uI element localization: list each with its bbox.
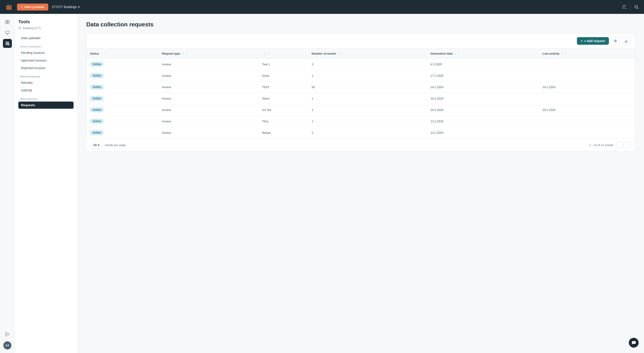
col-handle-icon[interactable]: ⋮⋮ xyxy=(264,52,270,56)
col-handle-icon[interactable]: ⋮⋮ xyxy=(100,52,107,55)
table-body: Active Invoice Test 1 3 4.3.2025 Active … xyxy=(86,59,635,138)
cell-type: Invoice xyxy=(158,70,258,81)
status-badge: Active xyxy=(90,62,104,67)
topnav: ≡ Filter portfolio 277/277 Buildings ▾ xyxy=(0,0,644,14)
status-badge: Active xyxy=(90,96,104,101)
chat-bubble[interactable] xyxy=(629,338,639,348)
content-inner: Data collection requests + + Add request xyxy=(77,14,644,353)
table-row[interactable]: Active Invoice Electr 1 20.2.2025 xyxy=(86,93,635,104)
starred-filter-button[interactable] xyxy=(622,5,627,10)
table-row[interactable]: Active Invoice SS Tes 2 20.2.2025 20.2.2… xyxy=(86,104,635,116)
chevron-down-icon: ▾ xyxy=(78,5,80,9)
cell-assets: 1 xyxy=(308,116,427,127)
add-request-button[interactable]: + + Add request xyxy=(577,37,609,45)
cell-status: Active xyxy=(86,127,158,138)
chevron-right-icon: › xyxy=(626,143,628,147)
content-area: Data collection requests + + Add request xyxy=(77,14,644,353)
prev-page-button[interactable]: ‹ xyxy=(616,142,623,148)
cell-gen-date: 20.2.2025 xyxy=(427,93,539,104)
sidebar-item-rejected-invoices[interactable]: Rejected invoices xyxy=(18,65,74,72)
cell-type: Invoice xyxy=(158,116,258,127)
main-layout: AA Tools Building (277) Data uploader In… xyxy=(0,14,644,353)
sidebar-subtitle: Building (277) xyxy=(18,26,74,30)
cell-name: Dront xyxy=(258,70,308,81)
status-badge: Active xyxy=(90,107,104,112)
table-row[interactable]: Active Invoice Test 1 3 4.3.2025 xyxy=(86,59,635,70)
svg-point-31 xyxy=(615,41,616,42)
status-badge: Active xyxy=(90,119,104,124)
filter-portfolio-button[interactable]: ≡ Filter portfolio xyxy=(17,4,48,11)
rail-grid-icon[interactable] xyxy=(3,18,12,27)
chevron-left-icon: ‹ xyxy=(619,143,620,147)
cell-last-activity: 20.2.2025 xyxy=(539,104,635,116)
cell-name: TEst xyxy=(258,116,308,127)
svg-rect-1 xyxy=(8,5,9,10)
sidebar-item-gresb[interactable]: GRESB xyxy=(18,87,74,94)
svg-rect-12 xyxy=(6,22,7,24)
status-badge: Active xyxy=(90,85,104,90)
table-row[interactable]: Active Invoice TEst 1 13.2.2025 xyxy=(86,116,635,127)
buildings-selector[interactable]: 277/277 Buildings ▾ xyxy=(52,5,80,9)
download-button[interactable] xyxy=(622,37,630,45)
rail-collapse-icon[interactable] xyxy=(3,330,12,339)
pagination-info: 1 - 14 of 14 results xyxy=(589,143,613,147)
sidebar-item-pending-invoices[interactable]: Pending invoices xyxy=(18,49,74,56)
sidebar-item-data-uploader[interactable]: Data uploader xyxy=(18,35,74,42)
svg-rect-22 xyxy=(6,332,7,336)
cell-name: Reque xyxy=(258,127,308,138)
cell-gen-date: 27.2.2025 xyxy=(427,70,539,81)
next-page-button[interactable]: › xyxy=(624,142,630,148)
col-gen-date: Generation date ⋮⋮ xyxy=(427,49,539,59)
svg-rect-29 xyxy=(20,27,20,28)
chevron-down-icon: ▾ xyxy=(98,143,100,147)
data-table: Status ⋮⋮ Request type ⋮⋮ xyxy=(86,49,635,138)
table-row[interactable]: Active Invoice Reque 2 12.2.2025 xyxy=(86,127,635,138)
nav-divider xyxy=(630,4,630,10)
table-row[interactable]: Active Invoice Dront 1 27.2.2025 xyxy=(86,70,635,81)
cell-type: Invoice xyxy=(158,127,258,138)
col-handle-icon[interactable]: ⋮⋮ xyxy=(338,52,344,55)
col-last-activity: Last activity ⋮⋮ xyxy=(539,49,635,59)
cell-assets: 2 xyxy=(308,127,427,138)
cell-gen-date: 20.2.2025 xyxy=(427,104,539,116)
svg-rect-18 xyxy=(6,43,9,44)
sidebar-title: Tools xyxy=(18,19,74,24)
col-handle-icon[interactable]: ⋮⋮ xyxy=(454,52,460,55)
sidebar-section-retrofit-planning: Retrofit planning xyxy=(20,75,74,78)
cell-name: Electr xyxy=(258,93,308,104)
status-badge: Active xyxy=(90,130,104,135)
cell-last-activity xyxy=(539,59,635,70)
cell-assets: 2 xyxy=(308,104,427,116)
per-page-selector[interactable]: 50 ▾ xyxy=(91,142,102,148)
plus-icon: + xyxy=(581,39,583,43)
sidebar-item-approved-invoices[interactable]: Approved invoices xyxy=(18,57,74,64)
svg-rect-0 xyxy=(6,5,8,10)
svg-line-21 xyxy=(9,45,10,46)
cell-last-activity xyxy=(539,70,635,81)
svg-rect-10 xyxy=(6,20,7,22)
topnav-actions xyxy=(622,4,639,10)
sidebar: Tools Building (277) Data uploader Invoi… xyxy=(15,14,77,353)
table-row[interactable]: Active Invoice TEST 50 24.2.2025 24.2.20… xyxy=(86,81,635,93)
avatar[interactable]: AA xyxy=(3,341,12,349)
col-handle-icon[interactable]: ⋮⋮ xyxy=(561,52,567,55)
cell-name: TEST xyxy=(258,81,308,93)
icon-rail: AA xyxy=(0,14,15,353)
cell-last-activity xyxy=(539,116,635,127)
svg-rect-3 xyxy=(10,5,12,10)
col-handle-icon[interactable]: ⋮⋮ xyxy=(182,52,188,55)
table-header: Status ⋮⋮ Request type ⋮⋮ xyxy=(86,49,635,59)
cell-assets: 3 xyxy=(308,59,427,70)
svg-line-9 xyxy=(637,8,638,9)
sidebar-item-requests[interactable]: Requests xyxy=(18,102,74,109)
svg-rect-28 xyxy=(20,28,20,28)
search-button[interactable] xyxy=(634,5,639,9)
settings-button[interactable] xyxy=(611,37,620,45)
cell-name: SS Tes xyxy=(258,104,308,116)
col-name: ⋮⋮ xyxy=(258,49,308,59)
rail-tools-icon[interactable] xyxy=(3,39,12,48)
sidebar-item-retrofits[interactable]: Retrofits xyxy=(18,79,74,86)
svg-rect-14 xyxy=(6,31,9,34)
rail-monitor-icon[interactable] xyxy=(3,28,12,37)
cell-type: Invoice xyxy=(158,59,258,70)
